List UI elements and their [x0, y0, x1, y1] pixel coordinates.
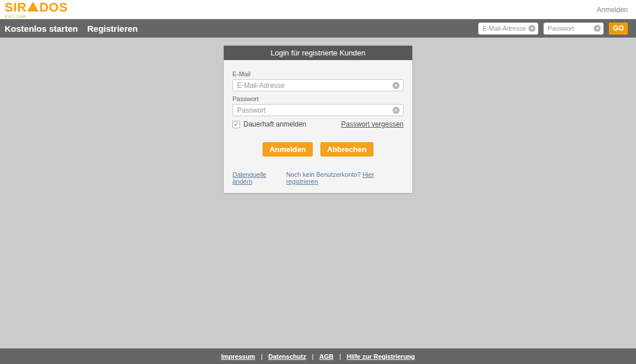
forgot-password-link[interactable]: Passwort vergessen: [341, 120, 404, 128]
app-version: 3.4.0.1048: [5, 14, 68, 18]
nav-bar: Kostenlos starten Registrieren × × GO: [0, 19, 636, 38]
nav-password-field-wrap: ×: [543, 23, 604, 35]
login-card: Login für registrierte Kunden E-Mail × P…: [224, 46, 412, 193]
password-input[interactable]: [237, 106, 390, 114]
footer-link-agb[interactable]: AGB: [319, 353, 333, 360]
footer-separator: |: [312, 353, 313, 360]
nav-item-kostenlos-starten[interactable]: Kostenlos starten: [5, 24, 78, 34]
register-prompt-text: Noch kein Benutzerkonto?: [286, 171, 363, 178]
password-label: Passwort: [232, 95, 404, 102]
logo-text-left: SIR: [5, 1, 27, 14]
remember-label: Dauerhaft anmelden: [243, 120, 306, 128]
nav-email-field-wrap: ×: [478, 23, 538, 35]
email-field-wrap: ×: [232, 79, 404, 91]
go-button[interactable]: GO: [609, 23, 628, 35]
topbar-anmelden-link[interactable]: Anmelden: [597, 6, 628, 14]
footer-link-datenschutz[interactable]: Datenschutz: [268, 353, 306, 360]
nav-email-input[interactable]: [482, 25, 526, 32]
footer-separator: |: [339, 353, 341, 360]
logo-triangle-icon: [27, 2, 39, 12]
footer-link-hilfe[interactable]: Hilfe zur Registrierung: [347, 353, 415, 360]
nav-quick-login: × × GO: [478, 23, 628, 35]
nav-password-input[interactable]: [548, 25, 591, 32]
datasource-change-link[interactable]: Datenquelle ändern: [232, 171, 286, 185]
top-bar: SIR DOS 3.4.0.1048 Anmelden: [0, 0, 636, 19]
email-input[interactable]: [237, 81, 390, 90]
remember-checkbox[interactable]: ✓: [232, 121, 240, 128]
remember-me-control[interactable]: ✓ Dauerhaft anmelden: [232, 120, 306, 128]
email-label: E-Mail: [232, 70, 404, 77]
password-field-wrap: ×: [232, 104, 404, 116]
footer-bar: Impressum | Datenschutz | AGB | Hilfe zu…: [0, 348, 636, 364]
footer-separator: |: [261, 353, 262, 360]
main-content: Login für registrierte Kunden E-Mail × P…: [0, 38, 636, 348]
clear-icon[interactable]: ×: [594, 25, 601, 32]
clear-icon[interactable]: ×: [528, 25, 535, 32]
footer-link-impressum[interactable]: Impressum: [221, 353, 255, 360]
nav-item-registrieren[interactable]: Registrieren: [87, 24, 138, 34]
abbrechen-button[interactable]: Abbrechen: [320, 142, 374, 157]
sirados-logo[interactable]: SIR DOS 3.4.0.1048: [5, 1, 68, 18]
logo-text-right: DOS: [39, 1, 68, 14]
login-card-title: Login für registrierte Kunden: [224, 46, 412, 60]
anmelden-button[interactable]: Anmelden: [262, 142, 313, 157]
clear-icon[interactable]: ×: [393, 107, 400, 114]
clear-icon[interactable]: ×: [393, 82, 400, 89]
